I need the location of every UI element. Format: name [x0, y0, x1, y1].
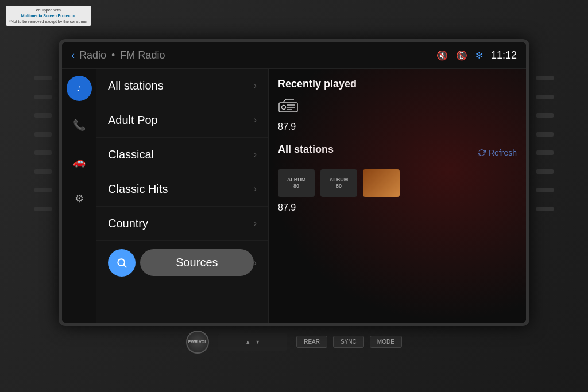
- album-thumb-2[interactable]: ALBUM 80: [320, 169, 357, 197]
- car-icon: 🚗: [73, 156, 86, 168]
- music-icon: ♪: [76, 82, 82, 94]
- main-content: ♪ 📞 🚗 ⚙ All stations › Adu: [62, 69, 526, 323]
- mute-icon: 🔇: [436, 50, 448, 61]
- menu-list: All stations › Adult Pop › Classical › C…: [96, 69, 269, 323]
- station-frequency: 87.9: [278, 122, 296, 132]
- header-right: 🔇 📵 ✻ 11:12: [436, 49, 517, 61]
- car-surround: equipped with Multimedia Screen Protecto…: [0, 0, 588, 392]
- phone-icon: 📞: [73, 119, 86, 131]
- recently-played-title: Recently played: [278, 78, 517, 90]
- menu-item-label: Country: [108, 217, 148, 230]
- svg-line-7: [283, 99, 286, 103]
- menu-item-classical[interactable]: Classical ›: [96, 138, 268, 172]
- rear-button[interactable]: REAR: [296, 336, 327, 348]
- settings-icon: ⚙: [75, 192, 84, 205]
- sources-row: Sources ›: [108, 249, 257, 277]
- recently-played-section: Recently played: [278, 78, 517, 132]
- sources-button[interactable]: Sources: [140, 249, 254, 276]
- right-vents: [536, 69, 554, 218]
- mode-controls: REAR SYNC MODE: [296, 336, 402, 348]
- menu-item-label: All stations: [108, 79, 164, 92]
- sidebar-item-phone[interactable]: 📞: [67, 112, 92, 138]
- refresh-label: Refresh: [489, 148, 517, 157]
- right-panel: Recently played: [269, 69, 526, 323]
- svg-line-1: [124, 265, 127, 267]
- all-stations-section: All stations Refresh ALBUM: [278, 143, 517, 213]
- sync-button[interactable]: SYNC: [333, 336, 364, 348]
- rear-up-icon: ▲: [245, 339, 250, 345]
- mode-button[interactable]: MODE: [370, 336, 402, 348]
- sidebar-item-music[interactable]: ♪: [67, 76, 92, 101]
- album-thumb-1[interactable]: ALBUM 80: [278, 169, 315, 197]
- back-button[interactable]: ‹: [71, 49, 75, 61]
- sidebar-item-settings[interactable]: ⚙: [67, 186, 92, 211]
- chevron-icon: ›: [254, 218, 257, 228]
- header-bar: ‹ Radio • FM Radio 🔇 📵 ✻ 11:12: [62, 42, 526, 69]
- sources-chevron-icon: ›: [254, 258, 257, 268]
- album-thumb-3[interactable]: [363, 169, 400, 197]
- all-stations-header: All stations Refresh: [278, 143, 517, 162]
- sticker: equipped with Multimedia Screen Protecto…: [6, 6, 91, 26]
- chevron-icon: ›: [254, 115, 257, 125]
- menu-item-label: Classical: [108, 148, 154, 161]
- pwr-vol-knob[interactable]: PWR VOL: [186, 331, 209, 354]
- chevron-icon: ›: [254, 80, 257, 91]
- screen-container: ‹ Radio • FM Radio 🔇 📵 ✻ 11:12 ♪: [59, 39, 529, 326]
- menu-item-adult-pop[interactable]: Adult Pop ›: [96, 103, 268, 138]
- svg-point-0: [118, 259, 125, 266]
- album-grid: ALBUM 80 ALBUM 80: [278, 169, 517, 197]
- search-button[interactable]: [108, 249, 136, 277]
- bottom-controls-bar: PWR VOL ▲ ▼ REAR SYNC MODE: [186, 331, 402, 354]
- radio-icon: [278, 97, 299, 117]
- sources-area: Sources ›: [96, 241, 268, 285]
- menu-item-label: Classic Hits: [108, 183, 168, 196]
- screen-icon: 📵: [456, 50, 467, 61]
- bluetooth-icon: ✻: [475, 50, 483, 61]
- sidebar: ♪ 📞 🚗 ⚙: [62, 69, 96, 323]
- clock-display: 11:12: [491, 49, 517, 61]
- sidebar-item-car[interactable]: 🚗: [67, 149, 92, 174]
- menu-item-all-stations[interactable]: All stations ›: [96, 69, 268, 103]
- header-title: Radio • FM Radio: [79, 49, 165, 61]
- rear-down-icon: ▼: [255, 339, 260, 345]
- svg-point-3: [282, 105, 286, 109]
- recent-station-item[interactable]: 87.9: [278, 97, 517, 132]
- menu-item-label: Adult Pop: [108, 114, 158, 127]
- left-vents: [34, 69, 52, 218]
- refresh-button[interactable]: Refresh: [478, 148, 517, 157]
- all-stations-title: All stations: [278, 143, 334, 156]
- menu-item-country[interactable]: Country ›: [96, 207, 268, 241]
- header-left: ‹ Radio • FM Radio: [71, 49, 165, 61]
- menu-item-classic-hits[interactable]: Classic Hits ›: [96, 172, 268, 207]
- bottom-station-freq: 87.9: [278, 203, 517, 213]
- chevron-icon: ›: [254, 149, 257, 160]
- chevron-icon: ›: [254, 184, 257, 194]
- rear-controls: ▲ ▼: [218, 333, 287, 351]
